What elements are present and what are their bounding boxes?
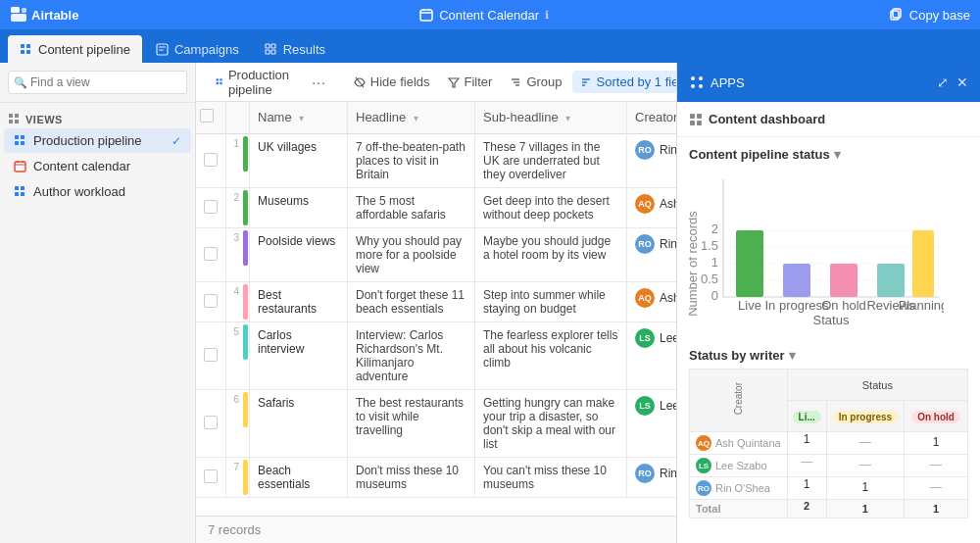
more-options-btn[interactable]: ···: [304, 71, 334, 94]
writer-inprog-val: —: [826, 455, 904, 477]
writer-table-header: Creator Status: [690, 370, 968, 401]
col-name[interactable]: Name ▾: [250, 102, 348, 133]
inprogress-col-header: In progress: [826, 401, 904, 432]
page-title: Content Calendar: [439, 8, 539, 23]
name-cell: Beach essentials: [250, 457, 348, 497]
col-num: [226, 102, 250, 133]
row-checkbox[interactable]: [204, 294, 218, 308]
col-subheadline[interactable]: Sub-headline ▾: [475, 102, 627, 133]
table-row[interactable]: 5 Carlos interview Interview: Carlos Ric…: [196, 321, 676, 389]
svg-rect-0: [11, 14, 26, 22]
copy-base-btn[interactable]: Copy base: [890, 8, 970, 23]
svg-rect-77: [912, 230, 934, 297]
svg-rect-75: [830, 264, 858, 297]
svg-rect-20: [9, 114, 13, 118]
hide-fields-btn[interactable]: Hide fields: [346, 71, 438, 93]
creator-name: Rin O'Shea: [660, 143, 676, 157]
row-checkbox[interactable]: [204, 247, 218, 261]
bar-chart-svg: 0 0.5 1 1.5 2: [689, 170, 944, 326]
creator-cell: RO Rin O'Shea: [627, 457, 677, 497]
tab-content-pipeline[interactable]: Content pipeline: [8, 35, 142, 63]
group-btn[interactable]: Group: [502, 71, 569, 93]
calendar-view-icon: [14, 160, 26, 173]
col-headline-sort-icon: ▾: [414, 113, 418, 123]
views-grid-icon: [8, 113, 21, 125]
row-color-bar: [243, 284, 248, 320]
airtable-logo-icon: [10, 6, 27, 24]
svg-rect-16: [266, 44, 270, 48]
subheadline-cell: The fearless explorer tells all about hi…: [475, 321, 627, 389]
table-row[interactable]: 4 Best restaurants Don't forget these 11…: [196, 281, 676, 321]
chart-dropdown-icon[interactable]: ▾: [834, 147, 841, 162]
headline-cell: The best restaurants to visit while trav…: [348, 389, 475, 457]
svg-rect-24: [15, 135, 19, 139]
writer-onhold-val: —: [905, 455, 968, 477]
headline-cell: 7 off-the-beaten-path places to visit in…: [348, 133, 475, 187]
svg-rect-60: [697, 121, 702, 125]
svg-rect-32: [15, 186, 19, 190]
name-cell: Poolside views: [250, 227, 348, 281]
row-checkbox-cell: [196, 187, 226, 227]
production-pipeline-view-btn[interactable]: Production pipeline: [208, 64, 302, 101]
table-row[interactable]: 7 Beach essentials Don't miss these 10 m…: [196, 457, 676, 497]
copy-icon: [890, 8, 904, 22]
writer-dropdown-icon[interactable]: ▾: [789, 348, 796, 363]
pipeline-grid-icon: [216, 75, 223, 88]
header-checkbox[interactable]: [200, 109, 214, 123]
row-checkbox[interactable]: [204, 348, 218, 362]
table-row[interactable]: 6 Safaris The best restaurants to visit …: [196, 389, 676, 457]
sidebar-view-workload-label: Author workload: [33, 184, 125, 199]
form-tab-icon: [156, 43, 169, 56]
headline-cell: Interview: Carlos Richardson's Mt. Kilim…: [348, 321, 475, 389]
sidebar-item-author-workload[interactable]: Author workload: [4, 179, 191, 204]
row-checkbox[interactable]: [204, 200, 218, 214]
tab-content-pipeline-label: Content pipeline: [38, 42, 130, 57]
creator-name: Ash Quintana: [660, 197, 676, 211]
col-creator[interactable]: Creator ▾: [627, 102, 677, 133]
close-apps-btn[interactable]: ✕: [956, 74, 968, 90]
sort-btn[interactable]: Sorted by 1 field: [572, 71, 676, 93]
filter-btn[interactable]: Filter: [440, 71, 501, 93]
col-headline[interactable]: Headline ▾: [348, 102, 475, 133]
svg-text:Planning: Planning: [899, 298, 944, 313]
subheadline-cell: These 7 villages in the UK are underrate…: [475, 133, 627, 187]
svg-rect-33: [21, 186, 24, 190]
creator-cell: RO Rin O'Shea: [627, 227, 677, 281]
svg-rect-17: [271, 44, 275, 48]
creator-name: Lee Szabo: [660, 399, 676, 413]
svg-text:In progress: In progress: [764, 298, 829, 313]
table-row[interactable]: 2 Museums The 5 most affordable safaris …: [196, 187, 676, 227]
logo-text: Airtable: [31, 8, 78, 23]
row-checkbox[interactable]: [204, 153, 218, 167]
creator-name: Rin O'Shea: [660, 467, 676, 480]
row-checkbox[interactable]: [204, 416, 218, 429]
writer-status-table: Creator Status Li... In progress On hold: [689, 369, 968, 518]
col-subheadline-sort-icon: ▾: [565, 113, 570, 123]
svg-text:1: 1: [711, 255, 718, 270]
onhold-badge: On hold: [911, 411, 960, 423]
row-checkbox-cell: [196, 457, 226, 497]
tab-campaigns[interactable]: Campaigns: [144, 35, 251, 63]
expand-apps-btn[interactable]: ⤢: [937, 74, 949, 90]
color-bar-cell: 5: [226, 321, 250, 389]
name-cell: Safaris: [250, 389, 348, 457]
find-view-input[interactable]: [8, 71, 187, 94]
airtable-logo: Airtable: [10, 6, 78, 24]
sidebar-item-content-calendar[interactable]: Content calendar: [4, 154, 191, 178]
table-header-row: Name ▾ Headline ▾ Sub-headline ▾ Creat: [196, 102, 676, 133]
headline-cell: Don't miss these 10 museums: [348, 457, 475, 497]
col-name-sort-icon: ▾: [299, 113, 304, 123]
apps-content: Content dashboard Content pipeline statu…: [677, 102, 980, 543]
creator-avatar: AQ: [635, 194, 655, 214]
row-checkbox[interactable]: [204, 469, 218, 483]
tab-results[interactable]: Results: [253, 35, 337, 63]
name-cell: Museums: [250, 187, 348, 227]
sidebar: 🔍 VIEWS: [0, 63, 196, 543]
svg-rect-38: [217, 82, 219, 84]
sidebar-item-production-pipeline[interactable]: Production pipeline ✓: [4, 128, 191, 153]
table-row[interactable]: 1 UK villages 7 off-the-beaten-path plac…: [196, 133, 676, 187]
table-row[interactable]: 3 Poolside views Why you should pay more…: [196, 227, 676, 281]
row-num-label: 5: [226, 322, 242, 362]
chart-title-text: Content pipeline status: [689, 147, 830, 162]
color-bar-cell: 2: [226, 187, 250, 227]
